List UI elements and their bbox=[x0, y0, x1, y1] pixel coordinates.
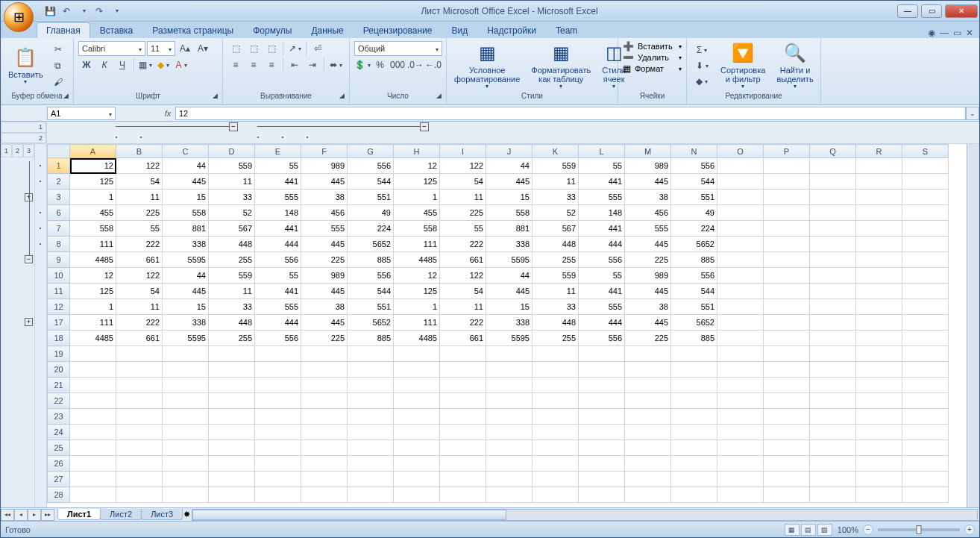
cell-C24[interactable] bbox=[163, 425, 209, 440]
cell-N27[interactable] bbox=[671, 472, 717, 487]
cell-N28[interactable] bbox=[671, 487, 717, 503]
cell-P1[interactable] bbox=[764, 158, 810, 174]
alignment-dialog-icon[interactable]: ◢ bbox=[339, 92, 345, 99]
cell-J24[interactable] bbox=[486, 425, 533, 440]
cell-K25[interactable] bbox=[533, 440, 579, 456]
cell-G23[interactable] bbox=[348, 409, 394, 425]
cell-B8[interactable]: 222 bbox=[116, 237, 163, 252]
cell-K6[interactable]: 52 bbox=[533, 205, 579, 221]
cell-C8[interactable]: 338 bbox=[163, 237, 209, 252]
cell-G11[interactable]: 544 bbox=[348, 284, 394, 299]
cell-E12[interactable]: 555 bbox=[255, 299, 301, 315]
cell-B21[interactable] bbox=[116, 378, 163, 393]
cell-Q3[interactable] bbox=[810, 190, 856, 205]
cell-K27[interactable] bbox=[533, 472, 579, 487]
cell-N1[interactable]: 556 bbox=[671, 158, 717, 174]
cell-L21[interactable] bbox=[579, 378, 625, 393]
cell-C1[interactable]: 44 bbox=[163, 158, 209, 174]
help-icon[interactable]: ◉ bbox=[928, 28, 935, 38]
cell-E7[interactable]: 441 bbox=[255, 221, 301, 237]
cell-J23[interactable] bbox=[486, 409, 533, 425]
cell-K26[interactable] bbox=[533, 456, 579, 472]
cell-I8[interactable]: 222 bbox=[440, 237, 486, 252]
cell-H3[interactable]: 1 bbox=[394, 190, 440, 205]
cell-I2[interactable]: 54 bbox=[440, 174, 486, 190]
cell-D8[interactable]: 448 bbox=[209, 237, 255, 252]
cell-L28[interactable] bbox=[579, 487, 625, 503]
cell-H17[interactable]: 111 bbox=[394, 315, 440, 331]
cell-O17[interactable] bbox=[717, 315, 764, 331]
cell-G17[interactable]: 5652 bbox=[348, 315, 394, 331]
cell-M10[interactable]: 989 bbox=[625, 268, 671, 284]
column-header-K[interactable]: K bbox=[533, 145, 579, 158]
formula-input[interactable] bbox=[175, 107, 966, 120]
cell-K20[interactable] bbox=[533, 362, 579, 378]
cell-O28[interactable] bbox=[717, 487, 764, 503]
cell-O23[interactable] bbox=[717, 409, 764, 425]
column-header-J[interactable]: J bbox=[486, 145, 533, 158]
cell-K7[interactable]: 567 bbox=[533, 221, 579, 237]
cell-G8[interactable]: 5652 bbox=[348, 237, 394, 252]
cell-F23[interactable] bbox=[301, 409, 348, 425]
cell-F18[interactable]: 225 bbox=[301, 331, 348, 346]
cell-P10[interactable] bbox=[764, 268, 810, 284]
column-header-A[interactable]: A bbox=[70, 145, 116, 158]
cell-G28[interactable] bbox=[348, 487, 394, 503]
cell-I25[interactable] bbox=[440, 440, 486, 456]
cell-G7[interactable]: 224 bbox=[348, 221, 394, 237]
zoom-in-icon[interactable]: + bbox=[964, 525, 975, 535]
cell-N7[interactable]: 224 bbox=[671, 221, 717, 237]
shrink-font-icon[interactable]: A▾ bbox=[195, 41, 211, 56]
column-header-H[interactable]: H bbox=[394, 145, 440, 158]
sort-filter-button[interactable]: 🔽Сортировка и фильтр▾ bbox=[716, 40, 770, 92]
cell-P12[interactable] bbox=[764, 299, 810, 315]
cell-D10[interactable]: 559 bbox=[209, 268, 255, 284]
column-header-C[interactable]: C bbox=[163, 145, 209, 158]
cell-F3[interactable]: 38 bbox=[301, 190, 348, 205]
cell-M2[interactable]: 445 bbox=[625, 174, 671, 190]
cell-P19[interactable] bbox=[764, 346, 810, 362]
cell-M8[interactable]: 445 bbox=[625, 237, 671, 252]
tab-nav-first[interactable]: ◂◂ bbox=[1, 509, 14, 521]
row-header-23[interactable]: 23 bbox=[48, 409, 70, 425]
row-header-18[interactable]: 18 bbox=[48, 331, 70, 346]
cell-H18[interactable]: 4485 bbox=[394, 331, 440, 346]
close-button[interactable]: ✕ bbox=[945, 4, 978, 18]
cell-Q11[interactable] bbox=[810, 284, 856, 299]
cell-F2[interactable]: 445 bbox=[301, 174, 348, 190]
cell-E11[interactable]: 441 bbox=[255, 284, 301, 299]
cell-I24[interactable] bbox=[440, 425, 486, 440]
tab-nav-prev[interactable]: ◂ bbox=[14, 509, 28, 521]
cell-S2[interactable] bbox=[902, 174, 949, 190]
cell-D17[interactable]: 448 bbox=[209, 315, 255, 331]
cell-G2[interactable]: 544 bbox=[348, 174, 394, 190]
cell-O11[interactable] bbox=[717, 284, 764, 299]
cell-P11[interactable] bbox=[764, 284, 810, 299]
cell-M22[interactable] bbox=[625, 393, 671, 409]
tab-data[interactable]: Данные bbox=[301, 22, 353, 38]
cell-F25[interactable] bbox=[301, 440, 348, 456]
cell-G3[interactable]: 551 bbox=[348, 190, 394, 205]
cell-I12[interactable]: 11 bbox=[440, 299, 486, 315]
cell-S6[interactable] bbox=[902, 205, 949, 221]
cell-A8[interactable]: 111 bbox=[70, 237, 116, 252]
cell-J2[interactable]: 445 bbox=[486, 174, 533, 190]
cell-H6[interactable]: 455 bbox=[394, 205, 440, 221]
cell-C22[interactable] bbox=[163, 393, 209, 409]
row-header-9[interactable]: 9 bbox=[48, 252, 70, 268]
cell-H26[interactable] bbox=[394, 456, 440, 472]
view-normal-icon[interactable]: ▦ bbox=[785, 524, 800, 536]
cell-G6[interactable]: 49 bbox=[348, 205, 394, 221]
cell-G20[interactable] bbox=[348, 362, 394, 378]
fill-color-icon[interactable]: ◆ bbox=[155, 57, 172, 72]
cell-R7[interactable] bbox=[856, 221, 902, 237]
cell-K21[interactable] bbox=[533, 378, 579, 393]
cell-S28[interactable] bbox=[902, 487, 949, 503]
column-header-B[interactable]: B bbox=[116, 145, 163, 158]
cell-S12[interactable] bbox=[902, 299, 949, 315]
cell-R22[interactable] bbox=[856, 393, 902, 409]
cell-Q26[interactable] bbox=[810, 456, 856, 472]
cell-L17[interactable]: 444 bbox=[579, 315, 625, 331]
cell-K17[interactable]: 448 bbox=[533, 315, 579, 331]
cell-H19[interactable] bbox=[394, 346, 440, 362]
